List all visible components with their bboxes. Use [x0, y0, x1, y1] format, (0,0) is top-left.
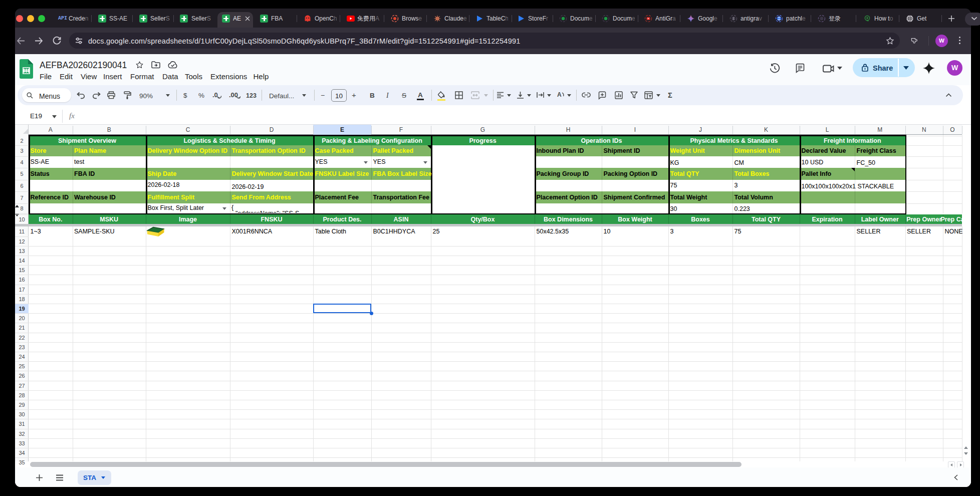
svg-text:A: A — [557, 91, 562, 98]
